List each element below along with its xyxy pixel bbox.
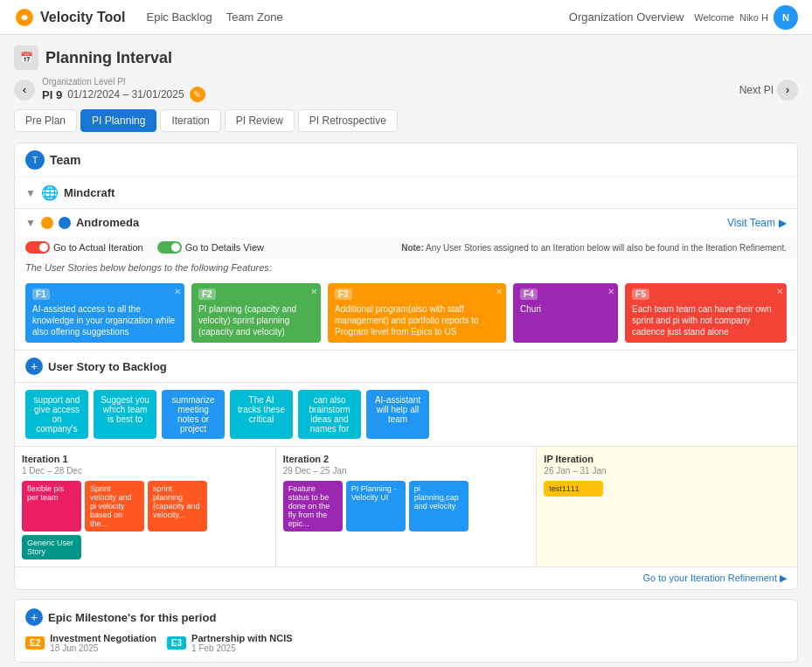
f3-remove-icon[interactable]: ✕ <box>496 287 503 296</box>
feature-card-f2: F2 PI planning (capacity and velocity) s… <box>191 283 321 343</box>
story-card-5[interactable]: AI-assistant will help all team <box>366 390 429 439</box>
calendar-icon: 📅 <box>20 52 33 64</box>
header-right: Organization Overview Welcome Niko H N <box>569 5 798 30</box>
iter-card-2-2[interactable]: pi planning,cap and velocity <box>409 481 468 532</box>
next-pi[interactable]: Next PI › <box>739 80 798 101</box>
iter-card-ip-0[interactable]: test1111 <box>544 481 603 497</box>
feature-card-f5: F5 Each team team can have their own spr… <box>625 283 787 343</box>
story-card-2[interactable]: summarize meeting notes or project <box>162 390 225 439</box>
feature-card-f4: F4 Churi ✕ <box>513 283 618 343</box>
mindcraft-chevron[interactable]: ▼ <box>25 187 36 199</box>
backlog-story-cards: support and give access on company's Sug… <box>15 383 797 446</box>
team-section: T Team ▼ 🌐 Mindcraft ▼ Andromeda Visit T… <box>14 142 798 590</box>
features-label: The User Stories below belongs to the fo… <box>15 259 797 276</box>
backlog-header: + User Story to Backlog <box>15 350 797 383</box>
main-content: 📅 Planning Interval ‹ Organization Level… <box>0 35 812 667</box>
iteration-col-ip: IP Iteration 26 Jan – 31 Jan test1111 <box>537 447 797 566</box>
iteration-1-title: Iteration 1 <box>22 454 268 464</box>
f5-badge: F5 <box>632 288 649 300</box>
milestone-0-badge: E2 <box>25 636 45 650</box>
welcome-text: Welcome <box>694 12 734 23</box>
iter-card-2-1[interactable]: PI Planning - Velocity UI <box>346 481 406 532</box>
ip-iteration-dates: 26 Jan – 31 Jan <box>544 466 790 476</box>
toggle-green-icon <box>157 241 182 254</box>
tab-pi-planning[interactable]: PI Planning <box>80 109 156 132</box>
user-avatar: N <box>774 5 798 30</box>
nav-team-zone[interactable]: Team Zone <box>226 10 283 24</box>
prev-pi-button[interactable]: ‹ <box>14 80 35 101</box>
iteration-2-title: Iteration 2 <box>283 454 530 464</box>
nav-epic-backlog[interactable]: Epic Backlog <box>147 10 212 24</box>
pi-left: ‹ Organization Level PI PI 9 01/12/2024 … <box>14 77 205 102</box>
add-milestone-button[interactable]: + <box>25 608 43 626</box>
mindcraft-row: ▼ 🌐 Mindcraft <box>15 177 797 208</box>
team-section-header: T Team <box>15 143 797 177</box>
milestone-item-0: E2 Investment Negotiation 18 Jun 2025 <box>25 633 156 653</box>
visit-team-link[interactable]: Visit Team ▶ <box>727 217 787 229</box>
ip-iteration-title: IP Iteration <box>544 454 790 464</box>
iteration-1-dates: 1 Dec – 28 Dec <box>22 466 268 476</box>
team-icon: T <box>25 150 45 170</box>
story-card-4[interactable]: can also brainstorm ideas and names for <box>298 390 361 439</box>
app-header: Velocity Tool Epic Backlog Team Zone Org… <box>0 0 812 35</box>
f4-remove-icon[interactable]: ✕ <box>607 287 614 296</box>
tab-pi-review[interactable]: PI Review <box>225 109 295 132</box>
f3-badge: F3 <box>335 288 352 300</box>
logo: Velocity Tool <box>14 7 126 28</box>
ip-iteration-cards: test1111 <box>544 481 790 497</box>
story-card-3[interactable]: The AI tracks these critical <box>230 390 293 439</box>
andromeda-chevron[interactable]: ▼ <box>25 217 36 229</box>
page-icon: 📅 <box>14 45 38 70</box>
globe-icon: 🌐 <box>41 184 59 201</box>
milestone-0-date: 18 Jun 2025 <box>50 643 156 653</box>
f5-remove-icon[interactable]: ✕ <box>776 287 783 296</box>
andromeda-blue-dot <box>59 217 71 229</box>
andromeda-left: ▼ Andromeda <box>25 216 139 229</box>
f1-text: AI-assisted access to all the knowledge … <box>32 303 177 337</box>
note-text: Note: Any User Stories assigned to an It… <box>401 243 787 253</box>
milestones-header: + Epic Milestone's for this period <box>25 608 787 626</box>
tab-pre-plan[interactable]: Pre Plan <box>14 109 77 132</box>
f4-text: Churi <box>520 303 611 315</box>
iter-card-1-3[interactable]: Generic User Story <box>22 535 81 559</box>
pi-info-row: ‹ Organization Level PI PI 9 01/12/2024 … <box>14 77 798 102</box>
milestone-1-badge: E3 <box>167 636 186 650</box>
arrow-right-icon: ▶ <box>779 217 787 229</box>
andromeda-section: ▼ Andromeda Visit Team ▶ Go to Actual It… <box>15 208 797 589</box>
svg-point-1 <box>22 15 27 20</box>
page-header: 📅 Planning Interval <box>14 45 798 70</box>
iteration-2-cards: Feature status to be done on the fly fro… <box>283 481 530 532</box>
add-backlog-button[interactable]: + <box>25 358 43 375</box>
iteration-2-dates: 29 Dec – 25 Jan <box>283 466 530 476</box>
iter-card-2-0[interactable]: Feature status to be done on the fly fro… <box>283 481 343 532</box>
iterations-row: Iteration 1 1 Dec – 28 Dec flexible pis … <box>15 446 797 566</box>
team-section-title: Team <box>50 153 81 167</box>
details-view-toggle[interactable]: Go to Details View <box>157 241 264 254</box>
iteration-col-1: Iteration 1 1 Dec – 28 Dec flexible pis … <box>15 447 276 566</box>
milestone-items: E2 Investment Negotiation 18 Jun 2025 E3… <box>25 633 787 653</box>
iter-card-1-1[interactable]: Sprint velocity and pi velocity based on… <box>85 481 144 532</box>
story-card-0[interactable]: support and give access on company's <box>25 390 88 439</box>
go-iteration-link[interactable]: Go to your Iteration Refinement ▶ <box>15 566 797 589</box>
edit-pi-button[interactable]: ✎ <box>190 87 205 102</box>
user-name: Niko H <box>739 12 768 23</box>
user-welcome: Welcome Niko H N <box>694 5 798 30</box>
tab-pi-retrospective[interactable]: PI Retrospective <box>298 109 398 132</box>
andromeda-name: Andromeda <box>76 216 139 229</box>
actual-iteration-toggle[interactable]: Go to Actual Iteration <box>25 241 143 254</box>
page-title: Planning Interval <box>45 49 172 67</box>
iter-card-1-0[interactable]: flexible pis per team <box>22 481 81 532</box>
toggle-red-icon <box>25 241 50 254</box>
story-card-1[interactable]: Suggest you which team is best to <box>94 390 156 439</box>
org-overview-link[interactable]: Organization Overview <box>569 10 684 24</box>
milestone-0-info: Investment Negotiation 18 Jun 2025 <box>50 633 156 653</box>
feature-card-f1: F1 AI-assisted access to all the knowled… <box>25 283 184 343</box>
f2-remove-icon[interactable]: ✕ <box>310 287 317 296</box>
f2-text: PI planning (capacity and velocity) spri… <box>198 303 314 337</box>
f1-remove-icon[interactable]: ✕ <box>174 287 181 296</box>
tab-iteration[interactable]: Iteration <box>160 109 220 132</box>
iter-card-1-2[interactable]: sprint planning (capacity and velocity..… <box>148 481 207 532</box>
f1-badge: F1 <box>32 288 50 300</box>
next-pi-button[interactable]: › <box>777 80 798 101</box>
pi-details: Organization Level PI PI 9 01/12/2024 – … <box>42 77 205 102</box>
